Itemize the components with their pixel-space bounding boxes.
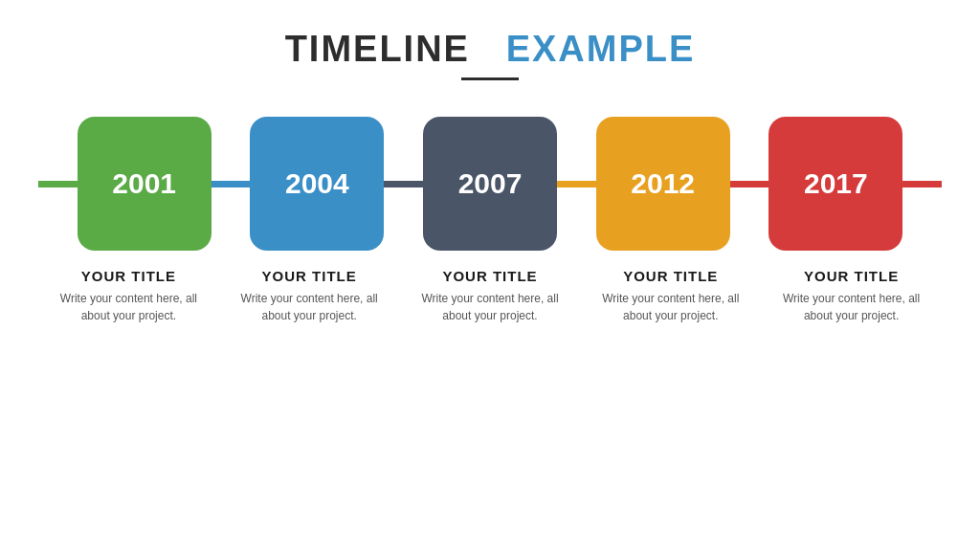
timeline-box-2012: 2012 [596,117,730,251]
timeline-box-2001: 2001 [78,117,212,251]
label-content-4: Write your content here, all about your … [590,290,751,324]
slide-title: TIMELINE EXAMPLE [285,29,696,70]
line-segment-3-4 [557,181,596,187]
timeline-labels: YOUR TITLE Write your content here, all … [38,268,942,324]
line-segment-4-5 [730,181,769,187]
label-content-1: Write your content here, all about your … [48,290,209,324]
header-divider [461,77,519,80]
timeline-track: 2001 2004 2007 2012 [38,117,942,251]
line-segment-1-2 [212,181,251,187]
year-2017: 2017 [804,167,868,200]
label-content-3: Write your content here, all about your … [410,290,570,324]
label-item-4: YOUR TITLE Write your content here, all … [590,268,751,324]
year-2007: 2007 [458,167,523,200]
line-segment-2-3 [384,181,423,187]
label-title-4: YOUR TITLE [590,268,751,284]
label-title-5: YOUR TITLE [771,268,932,284]
timeline-box-2017: 2017 [768,117,902,251]
slide: TIMELINE EXAMPLE 2001 2004 2007 [0,0,980,551]
label-title-2: YOUR TITLE [229,268,390,284]
label-item-3: YOUR TITLE Write your content here, all … [410,268,570,324]
label-title-3: YOUR TITLE [410,268,570,284]
timeline-container: 2001 2004 2007 2012 [38,117,942,324]
label-content-2: Write your content here, all about your … [229,290,390,324]
label-item-2: YOUR TITLE Write your content here, all … [229,268,390,324]
slide-header: TIMELINE EXAMPLE [285,29,696,80]
title-word-timeline: TIMELINE [285,29,470,69]
title-word-example: EXAMPLE [506,29,696,69]
label-item-5: YOUR TITLE Write your content here, all … [771,268,932,324]
year-2004: 2004 [285,167,349,200]
year-2012: 2012 [631,167,695,200]
year-2001: 2001 [112,167,176,200]
timeline-box-2007: 2007 [423,117,557,251]
label-title-1: YOUR TITLE [48,268,209,284]
label-content-5: Write your content here, all about your … [771,290,932,324]
line-left-1 [38,181,78,187]
timeline-box-2004: 2004 [250,117,384,251]
line-right-5 [902,181,942,187]
label-item-1: YOUR TITLE Write your content here, all … [48,268,209,324]
